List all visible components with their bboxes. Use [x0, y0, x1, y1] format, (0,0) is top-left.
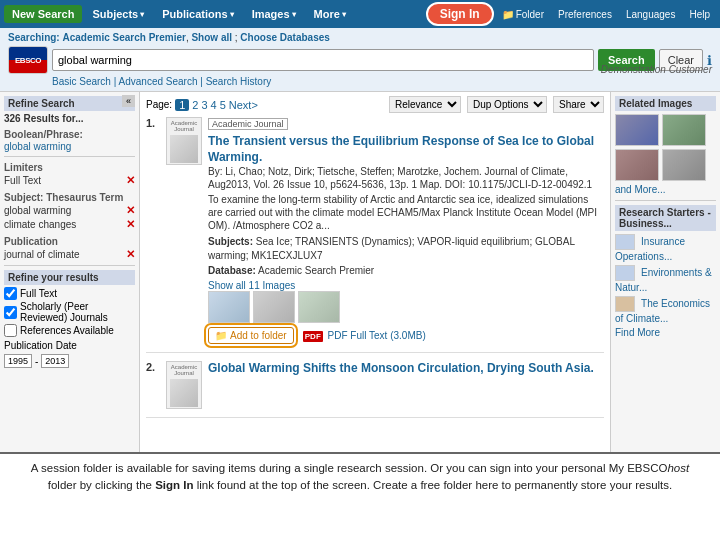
publications-menu-button[interactable]: Publications ▾ — [154, 5, 241, 23]
boolean-phrase-value[interactable]: global warming — [4, 141, 135, 152]
find-more-link-2[interactable]: Find More — [615, 327, 716, 338]
starter-img-1 — [615, 234, 635, 250]
full-text-checkbox-row: Full Text — [4, 287, 135, 300]
publication-label: Publication — [4, 236, 135, 247]
languages-button[interactable]: Languages — [620, 7, 682, 22]
share-select[interactable]: Share — [553, 96, 604, 113]
result-title-2[interactable]: Global Warming Shifts the Monsoon Circul… — [208, 361, 604, 377]
result-img-1[interactable] — [208, 291, 250, 323]
relevance-select[interactable]: Relevance — [389, 96, 461, 113]
result-thumb-1: AcademicJournal — [166, 117, 202, 165]
results-count: 326 Results for... — [4, 113, 135, 124]
result-actions-1: 📁 Add to folder PDF PDF Full Text (3.0MB… — [208, 327, 604, 344]
subjects-label: Subjects — [92, 8, 138, 20]
search-links: Basic Search | Advanced Search | Search … — [52, 76, 712, 87]
result-number-1: 1. — [146, 117, 160, 344]
searching-label: Searching: — [8, 32, 60, 43]
pagination: Page: 1 2 3 4 5 Next> — [146, 99, 258, 111]
result-type-1: Academic Journal — [208, 118, 288, 130]
help-button[interactable]: Help — [683, 7, 716, 22]
related-img-2[interactable] — [662, 114, 706, 146]
scholarly-checkbox-label: Scholarly (Peer Reviewed) Journals — [20, 301, 135, 323]
full-text-checkbox[interactable] — [4, 287, 17, 300]
choose-db-link[interactable]: Choose Databases — [240, 32, 329, 43]
date-to-label: - — [35, 356, 38, 367]
pub-date-label: Publication Date — [4, 340, 77, 351]
right-sidebar: Related Images and More... Research Star… — [610, 92, 720, 452]
related-img-3[interactable] — [615, 149, 659, 181]
page-2-link[interactable]: 2 — [192, 99, 198, 111]
references-checkbox-label: References Available — [20, 325, 114, 336]
related-images-row — [615, 114, 716, 146]
new-search-button[interactable]: New Search — [4, 5, 82, 23]
subject-filter1-row: global warming ✕ — [4, 204, 135, 217]
searching-db[interactable]: Academic Search Premier — [62, 32, 185, 43]
pdf-link-1[interactable]: PDF PDF Full Text (3.0MB) — [303, 330, 426, 341]
related-img-4[interactable] — [662, 149, 706, 181]
next-page-link[interactable]: Next> — [229, 99, 258, 111]
images-menu-button[interactable]: Images ▾ — [244, 5, 304, 23]
images-caret-icon: ▾ — [292, 10, 296, 19]
pub-date-row: Publication Date — [4, 340, 135, 351]
show-all-link[interactable]: Show all — [191, 32, 232, 43]
search-input[interactable] — [52, 49, 594, 71]
search-history-link[interactable]: Search History — [206, 76, 272, 87]
subjects-menu-button[interactable]: Subjects ▾ — [84, 5, 152, 23]
result-title-1[interactable]: The Transient versus the Equilibrium Res… — [208, 134, 604, 165]
subject-filter2-remove[interactable]: ✕ — [126, 218, 135, 231]
dup-options-select[interactable]: Dup Options — [467, 96, 547, 113]
result-subjects-1: Subjects: Sea Ice; TRANSIENTS (Dynamics)… — [208, 235, 604, 263]
limiters-label: Limiters — [4, 162, 135, 173]
full-text-filter-remove[interactable]: ✕ — [126, 174, 135, 187]
basic-search-link[interactable]: Basic Search — [52, 76, 111, 87]
date-from-input[interactable] — [4, 354, 32, 368]
starter-item-2: Environments & Natur... — [615, 265, 716, 294]
result-meta-1: By: Li, Chao; Notz, Dirk; Tietsche, Stef… — [208, 165, 604, 191]
result-img-2[interactable] — [253, 291, 295, 323]
scholarly-checkbox[interactable] — [4, 306, 17, 319]
full-text-filter-row: Full Text ✕ — [4, 174, 135, 187]
searching-line: Searching: Academic Search Premier, Show… — [8, 32, 712, 43]
publication-filter-row: journal of climate ✕ — [4, 248, 135, 261]
main-content: Refine Search « 326 Results for... Boole… — [0, 92, 720, 452]
sidebar-collapse-button[interactable]: « — [122, 95, 135, 107]
result-content-2: Global Warming Shifts the Monsoon Circul… — [208, 361, 604, 409]
advanced-search-link[interactable]: Advanced Search — [119, 76, 198, 87]
page-3-link[interactable]: 3 — [201, 99, 207, 111]
more-menu-button[interactable]: More ▾ — [306, 5, 354, 23]
preferences-button[interactable]: Preferences — [552, 7, 618, 22]
find-more-link[interactable]: and More... — [615, 184, 716, 195]
starter-item-1: Insurance Operations... — [615, 234, 716, 263]
result-abstract-1: To examine the long-term stability of Ar… — [208, 193, 604, 232]
subject-filter1-remove[interactable]: ✕ — [126, 204, 135, 217]
current-page[interactable]: 1 — [175, 99, 189, 111]
show-images-link-1[interactable]: Show all 11 Images — [208, 280, 295, 291]
folder-label: Folder — [516, 9, 544, 20]
related-img-1[interactable] — [615, 114, 659, 146]
caption-text1: A session folder is available for saving… — [31, 462, 668, 474]
result-img-3[interactable] — [298, 291, 340, 323]
result-db-1: Database: Academic Search Premier — [208, 265, 604, 276]
subjects-caret-icon: ▾ — [140, 10, 144, 19]
sign-in-button[interactable]: Sign In — [426, 2, 494, 26]
references-checkbox-row: References Available — [4, 324, 135, 337]
top-navigation: New Search Subjects ▾ Publications ▾ Ima… — [0, 0, 720, 28]
caption-text2: folder by clicking the — [48, 479, 155, 491]
refine-search-title: Refine Search — [4, 96, 135, 111]
page-5-link[interactable]: 5 — [220, 99, 226, 111]
date-to-input[interactable] — [41, 354, 69, 368]
publication-filter-remove[interactable]: ✕ — [126, 248, 135, 261]
starter-img-3 — [615, 296, 635, 312]
full-text-filter-label: Full Text — [4, 175, 41, 186]
bottom-caption: A session folder is available for saving… — [0, 452, 720, 501]
subject-label: Subject: Thesaurus Term — [4, 192, 135, 203]
results-options: Relevance Dup Options Share — [389, 96, 604, 113]
results-header: Page: 1 2 3 4 5 Next> Relevance Dup Opti… — [146, 96, 604, 113]
folder-button[interactable]: 📁 Folder — [496, 7, 550, 22]
add-to-folder-button-1[interactable]: 📁 Add to folder — [208, 327, 294, 344]
references-checkbox[interactable] — [4, 324, 17, 337]
scholarly-checkbox-row: Scholarly (Peer Reviewed) Journals — [4, 301, 135, 323]
result-item-1: 1. AcademicJournal Academic Journal The … — [146, 117, 604, 353]
research-starters-title: Research Starters - Business... — [615, 205, 716, 231]
page-4-link[interactable]: 4 — [211, 99, 217, 111]
